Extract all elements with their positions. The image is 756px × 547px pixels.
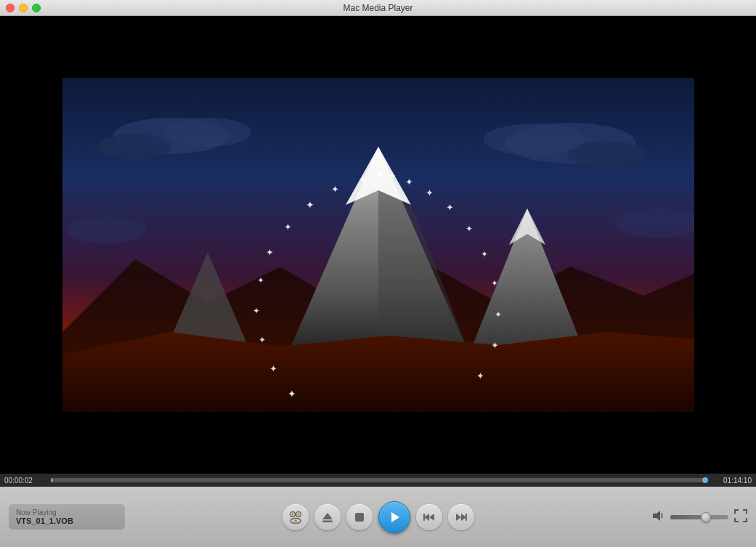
progress-bar[interactable] [51,478,705,482]
previous-icon [423,511,436,524]
video-frame[interactable]: ✦ ✦ ✦ ✦ ✦ ✦ ✦ ✦ ✦ ✦ ✦ ✦ ✦ ✦ ✦ ✦ ✦ ✦ ✦ ✦ … [62,78,694,412]
svg-point-6 [484,123,585,155]
svg-point-3 [164,118,251,147]
now-playing-label: Now Playing [16,508,118,516]
svg-text:✦: ✦ [359,174,367,185]
svg-marker-48 [424,514,429,521]
right-controls [631,509,747,525]
svg-text:✦: ✦ [269,363,277,374]
volume-knob[interactable] [701,512,711,522]
stop-icon [353,511,366,524]
playlist-icon [289,511,302,524]
svg-text:✦: ✦ [331,184,339,195]
video-container: ✦ ✦ ✦ ✦ ✦ ✦ ✦ ✦ ✦ ✦ ✦ ✦ ✦ ✦ ✦ ✦ ✦ ✦ ✦ ✦ … [0,16,756,474]
volume-slider[interactable] [670,515,728,519]
svg-rect-45 [322,520,333,522]
svg-text:✦: ✦ [446,202,454,213]
svg-marker-49 [429,514,434,521]
svg-point-42 [297,513,299,515]
svg-text:✦: ✦ [266,247,274,258]
svg-text:✦: ✦ [405,177,413,187]
now-playing-filename: VTS_01_1.VOB [16,516,118,525]
svg-marker-44 [322,513,333,519]
svg-text:✦: ✦ [257,275,264,285]
svg-text:✦: ✦ [476,370,484,381]
svg-marker-52 [456,514,461,521]
svg-text:✦: ✦ [426,187,434,198]
progress-fill [51,478,53,482]
traffic-lights [6,4,41,12]
svg-text:✦: ✦ [491,278,498,288]
next-button[interactable] [448,504,474,530]
svg-point-43 [294,519,297,522]
svg-text:✦: ✦ [388,170,397,182]
total-time: 01:14:10 [708,477,752,485]
volume-button[interactable] [651,509,664,525]
svg-point-8 [66,217,146,243]
svg-text:✦: ✦ [375,168,384,180]
play-icon [387,510,402,524]
next-icon [455,511,468,524]
svg-text:✦: ✦ [284,222,292,232]
window-title: Mac Media Player [343,3,412,13]
current-time: 00:00:02 [4,477,48,485]
svg-text:✦: ✦ [491,340,499,351]
fullscreen-button[interactable] [734,509,747,525]
volume-icon [651,509,664,522]
stop-button[interactable] [346,504,373,530]
close-button[interactable] [6,4,15,12]
svg-point-41 [291,513,293,515]
svg-text:✦: ✦ [495,309,502,320]
minimize-button[interactable] [19,4,28,12]
eject-icon [321,511,334,524]
svg-rect-53 [466,514,467,521]
svg-text:✦: ✦ [253,306,260,316]
progress-knob[interactable] [702,477,708,483]
progress-area[interactable]: 00:00:02 01:14:10 [0,474,756,487]
svg-rect-50 [423,514,425,521]
svg-text:✦: ✦ [259,335,266,345]
svg-text:✦: ✦ [481,249,488,259]
previous-button[interactable] [416,504,442,530]
svg-text:✦: ✦ [288,388,296,400]
titlebar: Mac Media Player [0,0,756,16]
eject-button[interactable] [314,504,341,530]
svg-marker-51 [461,514,466,521]
maximize-button[interactable] [32,4,41,12]
svg-text:✦: ✦ [466,224,473,234]
now-playing-bg: Now Playing VTS_01_1.VOB [9,504,125,530]
center-controls [125,501,631,533]
playlist-button[interactable] [283,504,309,530]
svg-rect-46 [355,513,364,522]
svg-point-2 [99,134,171,160]
controls-bar: Now Playing VTS_01_1.VOB [0,487,756,547]
fullscreen-icon [734,509,747,522]
svg-marker-54 [653,511,660,521]
svg-marker-16 [62,332,694,412]
svg-text:✦: ✦ [306,199,314,211]
play-button[interactable] [378,501,410,533]
svg-marker-47 [391,512,399,522]
now-playing-section: Now Playing VTS_01_1.VOB [9,504,125,530]
